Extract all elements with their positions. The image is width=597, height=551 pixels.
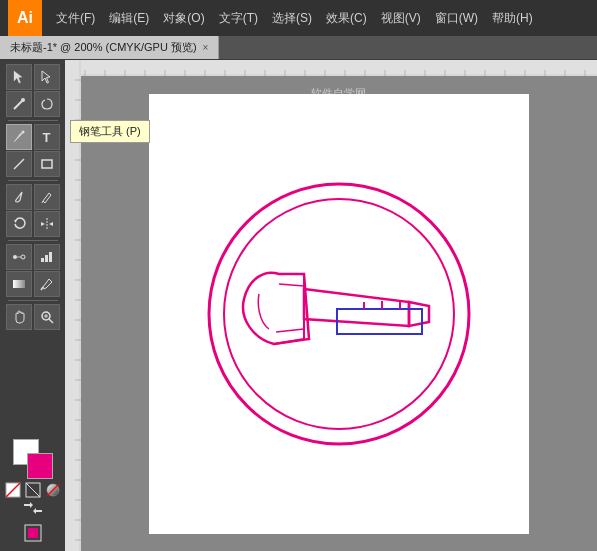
svg-marker-0 (14, 71, 22, 83)
ai-logo: Ai (8, 0, 42, 36)
svg-point-12 (13, 255, 17, 259)
toolbar: T (0, 60, 65, 551)
gradient-icon[interactable] (45, 482, 61, 498)
tool-row-4 (6, 151, 60, 177)
magic-wand-tool[interactable] (6, 91, 32, 117)
separator-3 (8, 240, 58, 241)
gradient-tool[interactable] (6, 271, 32, 297)
svg-rect-16 (45, 255, 48, 262)
tool-row-7 (6, 244, 60, 270)
column-graph-tool[interactable] (34, 244, 60, 270)
menu-select[interactable]: 选择(S) (266, 8, 318, 29)
tool-row-8 (6, 271, 60, 297)
canvas-inner: 软件自学网 WWW.RUZXW.COM (81, 76, 597, 551)
color-icon[interactable] (25, 482, 41, 498)
artwork-svg (189, 164, 489, 464)
separator-1 (8, 120, 58, 121)
separator-4 (8, 300, 58, 301)
menu-edit[interactable]: 编辑(E) (103, 8, 155, 29)
svg-line-27 (26, 483, 40, 497)
tab-close-button[interactable]: × (203, 42, 209, 53)
menu-text[interactable]: 文字(T) (213, 8, 264, 29)
svg-marker-11 (49, 222, 53, 226)
rotate-tool[interactable] (6, 211, 32, 237)
canvas-wrapper: 软件自学网 WWW.RUZXW.COM (65, 60, 597, 551)
tool-row-9 (6, 304, 60, 330)
svg-line-91 (276, 329, 304, 332)
eyedropper-tool[interactable] (34, 271, 60, 297)
ruler-top (65, 60, 597, 76)
tab-bar: 未标题-1* @ 200% (CMYK/GPU 预览) × (0, 36, 597, 60)
blend-tool[interactable] (6, 244, 32, 270)
menu-help[interactable]: 帮助(H) (486, 8, 539, 29)
title-bar: Ai 文件(F) 编辑(E) 对象(O) 文字(T) 选择(S) 效果(C) 视… (0, 0, 597, 36)
svg-rect-17 (49, 252, 52, 262)
ruler-left (65, 60, 81, 551)
none-icon[interactable] (5, 482, 21, 498)
pencil-tool[interactable] (34, 184, 60, 210)
svg-line-5 (14, 159, 24, 169)
svg-point-4 (21, 131, 24, 134)
svg-marker-10 (41, 222, 45, 226)
color-section (1, 435, 65, 551)
svg-line-7 (42, 201, 43, 203)
svg-rect-60 (65, 60, 81, 551)
lasso-tool[interactable] (34, 91, 60, 117)
color-icons-row (5, 482, 61, 498)
tool-row-2 (6, 91, 60, 117)
artboard-icon[interactable] (22, 522, 44, 547)
reflect-tool[interactable] (34, 211, 60, 237)
svg-rect-31 (28, 528, 38, 538)
svg-point-87 (224, 199, 454, 429)
svg-rect-18 (13, 280, 25, 288)
svg-marker-8 (14, 220, 17, 223)
tool-row-5 (6, 184, 60, 210)
zoom-tool[interactable] (34, 304, 60, 330)
svg-point-13 (21, 255, 25, 259)
svg-rect-15 (41, 258, 44, 262)
svg-line-90 (279, 284, 304, 286)
svg-point-3 (21, 98, 25, 102)
swap-colors-icon[interactable] (23, 501, 43, 515)
menu-view[interactable]: 视图(V) (375, 8, 427, 29)
tool-row-6 (6, 211, 60, 237)
pen-tool[interactable] (6, 124, 32, 150)
hand-tool[interactable] (6, 304, 32, 330)
line-segment-tool[interactable] (6, 151, 32, 177)
svg-rect-6 (42, 160, 52, 168)
stroke-swatch[interactable] (27, 453, 53, 479)
menu-window[interactable]: 窗口(W) (429, 8, 484, 29)
menu-file[interactable]: 文件(F) (50, 8, 101, 29)
separator-2 (8, 180, 58, 181)
rectangle-tool[interactable] (34, 151, 60, 177)
menu-bar: 文件(F) 编辑(E) 对象(O) 文字(T) 选择(S) 效果(C) 视图(V… (50, 8, 589, 29)
menu-object[interactable]: 对象(O) (157, 8, 210, 29)
svg-marker-1 (42, 71, 50, 83)
direct-selection-tool[interactable] (34, 64, 60, 90)
tool-row-1 (6, 64, 60, 90)
canvas-paper (149, 94, 529, 534)
document-tab[interactable]: 未标题-1* @ 200% (CMYK/GPU 预览) × (0, 36, 219, 59)
tool-row-3: T (6, 124, 60, 150)
tab-label: 未标题-1* @ 200% (CMYK/GPU 预览) (10, 40, 197, 55)
svg-line-2 (14, 101, 22, 109)
swatch-container (13, 439, 53, 479)
paintbrush-tool[interactable] (6, 184, 32, 210)
svg-line-19 (41, 287, 43, 290)
main-area: T (0, 60, 597, 551)
svg-line-21 (49, 319, 53, 323)
type-tool[interactable]: T (34, 124, 60, 150)
menu-effect[interactable]: 效果(C) (320, 8, 373, 29)
selection-tool[interactable] (6, 64, 32, 90)
